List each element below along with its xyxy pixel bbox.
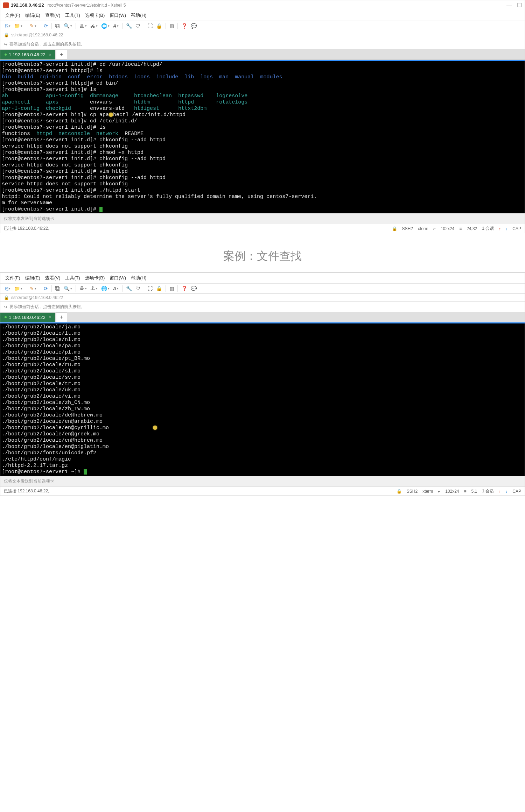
terminal-output[interactable]: [root@centos7-server1 init.d]# cd /usr/l… bbox=[0, 60, 525, 213]
status-pos-icon: ≡ bbox=[464, 489, 467, 494]
session-tab[interactable]: 1 192.168.0.46:22 × bbox=[0, 50, 55, 59]
tab-bar: 1 192.168.0.46:22 × + bbox=[0, 50, 525, 60]
minimize-icon[interactable]: — bbox=[506, 2, 512, 8]
status-sess: 1 会话 bbox=[482, 226, 494, 232]
refresh-icon[interactable]: ⟳ bbox=[42, 285, 49, 292]
pencil-icon[interactable]: ✎▾ bbox=[28, 22, 38, 29]
menu-tabs[interactable]: 选项卡(B) bbox=[85, 12, 105, 19]
print-icon[interactable]: 🖶▾ bbox=[78, 285, 88, 292]
menu-window[interactable]: 窗口(W) bbox=[110, 12, 126, 19]
chat-icon[interactable]: 💬 bbox=[189, 285, 198, 292]
menu-bar: 文件(F) 编辑(E) 查看(V) 工具(T) 选项卡(B) 窗口(W) 帮助(… bbox=[0, 273, 525, 284]
status-ssh: SSH2 bbox=[402, 226, 413, 231]
info-bar: ↪ 要添加当前会话，点击左侧的箭头按钮。 bbox=[0, 39, 525, 50]
address-bar[interactable]: 🔒 ssh://root@192.168.0.46:22 bbox=[0, 31, 525, 39]
new-session-icon[interactable]: ⎘▾ bbox=[4, 285, 12, 292]
xshell-window-2: 文件(F) 编辑(E) 查看(V) 工具(T) 选项卡(B) 窗口(W) 帮助(… bbox=[0, 272, 525, 496]
tab-label: 1 192.168.0.46:22 bbox=[9, 52, 46, 57]
tab-bar: 1 192.168.0.46:22 × + bbox=[0, 312, 525, 322]
tab-close-icon[interactable]: × bbox=[49, 52, 51, 57]
address-lock-icon: 🔒 bbox=[4, 33, 9, 37]
connection-status: 已连接 192.168.0.46:22。 bbox=[4, 226, 52, 232]
status-term: xterm bbox=[422, 489, 433, 494]
windows-icon[interactable]: ▥ bbox=[168, 285, 175, 292]
address-lock-icon: 🔒 bbox=[4, 295, 9, 300]
open-folder-icon[interactable]: 📁▾ bbox=[13, 22, 24, 29]
connected-dot-icon bbox=[5, 316, 7, 318]
section-title: 案例：文件查找 bbox=[0, 240, 525, 272]
status-size: 102x24 bbox=[441, 226, 454, 231]
help-icon[interactable]: ❓ bbox=[180, 22, 189, 29]
title-path: root@centos7-server1:/etc/init.d - Xshel… bbox=[48, 3, 126, 8]
fullscreen-icon[interactable]: ⛶ bbox=[146, 22, 154, 29]
menu-bar: 文件(F) 编辑(E) 查看(V) 工具(T) 选项卡(B) 窗口(W) 帮助(… bbox=[0, 10, 525, 21]
status-pos-icon: ≡ bbox=[459, 226, 462, 231]
shield-icon[interactable]: 🛡 bbox=[134, 285, 142, 292]
lock-icon[interactable]: 🔒 bbox=[155, 285, 163, 292]
menu-edit[interactable]: 编辑(E) bbox=[25, 275, 40, 281]
shield-icon[interactable]: 🛡 bbox=[134, 22, 142, 29]
menu-tools[interactable]: 工具(T) bbox=[65, 12, 80, 19]
maximize-icon[interactable]: ☐ bbox=[517, 2, 522, 8]
tab-label: 1 192.168.0.46:22 bbox=[9, 315, 46, 320]
address-bar[interactable]: 🔒 ssh://root@192.168.0.46:22 bbox=[0, 294, 525, 302]
tab-close-icon[interactable]: × bbox=[49, 315, 51, 319]
menu-tabs[interactable]: 选项卡(B) bbox=[85, 275, 105, 281]
tab-add-button[interactable]: + bbox=[56, 50, 67, 59]
input-hint: 仅将文本发送到当前选项卡 bbox=[0, 213, 525, 224]
toolbar: ⎘▾ 📁▾ ✎▾ ⟳ ⿻ 🔍▾ 🖶▾ 🖧▾ 🌐▾ A▾ 🔧 🛡 ⛶ 🔒 ▥ ❓ … bbox=[0, 284, 525, 294]
title-bar: 192.168.0.46:22 root@centos7-server1:/et… bbox=[0, 0, 525, 10]
upload-arrow-icon: ↑ bbox=[499, 227, 501, 231]
menu-edit[interactable]: 编辑(E) bbox=[25, 12, 40, 19]
address-text: ssh://root@192.168.0.46:22 bbox=[11, 295, 63, 300]
status-resize-icon: ⌐ bbox=[438, 489, 440, 494]
globe-icon[interactable]: 🌐▾ bbox=[100, 22, 111, 29]
bookmark-arrow-icon[interactable]: ↪ bbox=[4, 42, 7, 47]
new-session-icon[interactable]: ⎘▾ bbox=[4, 22, 12, 29]
search-icon[interactable]: 🔍▾ bbox=[62, 22, 74, 29]
xshell-window-1: 192.168.0.46:22 root@centos7-server1:/et… bbox=[0, 0, 525, 233]
menu-help[interactable]: 帮助(H) bbox=[131, 275, 146, 281]
menu-help[interactable]: 帮助(H) bbox=[131, 12, 146, 19]
help-icon[interactable]: ❓ bbox=[180, 285, 189, 292]
wrench-icon[interactable]: 🔧 bbox=[125, 285, 133, 292]
fullscreen-icon[interactable]: ⛶ bbox=[146, 285, 154, 292]
status-cap: CAP bbox=[512, 226, 521, 231]
menu-file[interactable]: 文件(F) bbox=[5, 275, 20, 281]
menu-view[interactable]: 查看(V) bbox=[45, 275, 60, 281]
bookmark-arrow-icon[interactable]: ↪ bbox=[4, 305, 7, 309]
search-icon[interactable]: 🔍▾ bbox=[62, 285, 74, 292]
font-icon[interactable]: A▾ bbox=[112, 22, 120, 29]
chat-icon[interactable]: 💬 bbox=[189, 22, 198, 29]
connected-dot-icon bbox=[5, 54, 7, 56]
tab-add-button[interactable]: + bbox=[56, 312, 67, 322]
lock-icon[interactable]: 🔒 bbox=[155, 22, 163, 29]
refresh-icon[interactable]: ⟳ bbox=[42, 22, 49, 29]
pencil-icon[interactable]: ✎▾ bbox=[28, 285, 38, 292]
menu-window[interactable]: 窗口(W) bbox=[110, 275, 126, 281]
menu-tools[interactable]: 工具(T) bbox=[65, 275, 80, 281]
info-bar: ↪ 要添加当前会话，点击左侧的箭头按钮。 bbox=[0, 302, 525, 312]
status-ssh: SSH2 bbox=[407, 489, 418, 494]
menu-file[interactable]: 文件(F) bbox=[5, 12, 20, 19]
transfer-icon[interactable]: 🖧▾ bbox=[89, 285, 99, 292]
transfer-icon[interactable]: 🖧▾ bbox=[89, 22, 99, 29]
print-icon[interactable]: 🖶▾ bbox=[78, 22, 88, 29]
status-lock-icon: 🔒 bbox=[392, 226, 397, 231]
terminal-output[interactable]: ./boot/grub2/locale/ja.mo ./boot/grub2/l… bbox=[0, 322, 525, 476]
status-term: xterm bbox=[418, 226, 428, 231]
status-resize-icon: ⌐ bbox=[433, 226, 436, 231]
download-arrow-icon: ↓ bbox=[506, 489, 508, 493]
menu-view[interactable]: 查看(V) bbox=[45, 12, 60, 19]
status-bar: 已连接 192.168.0.46:22。 🔒 SSH2 xterm ⌐ 102x… bbox=[0, 486, 525, 496]
app-icon bbox=[3, 2, 9, 8]
upload-arrow-icon: ↑ bbox=[499, 489, 501, 493]
session-tab[interactable]: 1 192.168.0.46:22 × bbox=[0, 313, 55, 322]
font-icon[interactable]: A▾ bbox=[112, 285, 120, 292]
windows-icon[interactable]: ▥ bbox=[168, 22, 175, 29]
copy-icon[interactable]: ⿻ bbox=[54, 22, 62, 29]
globe-icon[interactable]: 🌐▾ bbox=[100, 285, 111, 292]
open-folder-icon[interactable]: 📁▾ bbox=[13, 285, 24, 292]
copy-icon[interactable]: ⿻ bbox=[54, 285, 62, 292]
wrench-icon[interactable]: 🔧 bbox=[125, 22, 133, 29]
